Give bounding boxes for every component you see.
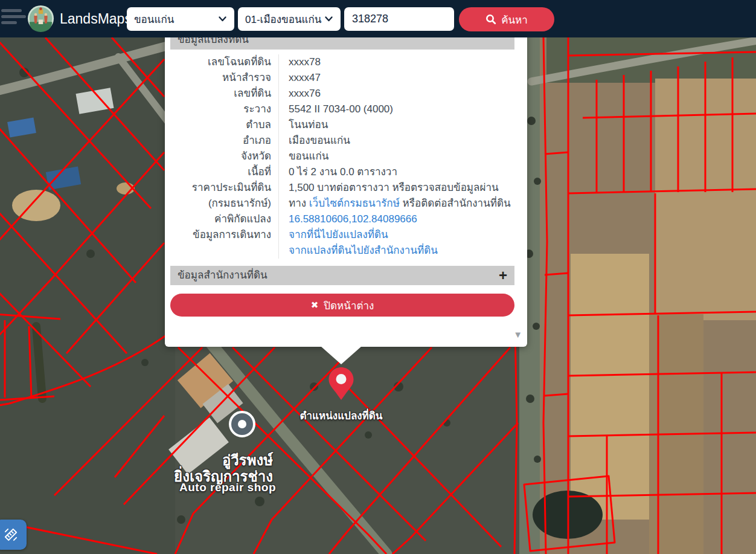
value-link[interactable]: จากที่นี่ไปยังแปลงที่ดิน xyxy=(289,229,388,240)
value-text: โนนท่อน xyxy=(289,119,328,130)
value-link[interactable]: 16.58810606,102.84089666 xyxy=(289,213,417,225)
row-value: xxxx47 xyxy=(279,70,514,86)
row-label: ราคาประเมินที่ดิน (กรมธนารักษ์) xyxy=(170,180,279,211)
row-value: จากที่นี่ไปยังแปลงที่ดิน xyxy=(279,227,514,243)
row-label: เลขโฉนดที่ดิน xyxy=(170,54,279,70)
land-office-section-title: ข้อมูลสำนักงานที่ดิน xyxy=(178,266,267,285)
poi-label-english: Auto repair shop xyxy=(167,481,288,494)
app-title: LandsMaps xyxy=(60,0,132,37)
parcel-info-popup: ข้อมูลแปลงที่ดิน เลขโฉนดที่ดินxxxx78หน้า… xyxy=(165,30,527,347)
search-button-label: ค้นหา xyxy=(501,11,528,28)
parcel-table: เลขโฉนดที่ดินxxxx78หน้าสำรวจxxxx47เลขที่… xyxy=(170,50,514,263)
row-label xyxy=(170,243,279,259)
value-link[interactable]: เว็บไซต์กรมธนารักษ์ xyxy=(309,198,400,209)
popup-pointer xyxy=(321,346,362,364)
parcel-location-pin-icon[interactable] xyxy=(327,366,356,404)
close-window-button[interactable]: ✖ ปิดหน้าต่าง xyxy=(170,294,514,317)
chevron-down-icon xyxy=(218,15,227,23)
row-value: xxxx78 xyxy=(279,54,514,70)
row-value: โนนท่อน xyxy=(279,117,514,133)
ruler-pencil-icon xyxy=(2,526,19,543)
search-button[interactable]: ค้นหา xyxy=(459,7,554,31)
menu-icon[interactable] xyxy=(1,9,28,28)
value-text: เมืองขอนแก่น xyxy=(289,135,350,146)
row-label: เนื้อที่ xyxy=(170,164,279,180)
value-text: 0 ไร่ 2 งาน 0.0 ตารางวา xyxy=(289,166,397,178)
top-navbar: LandsMaps ขอนแก่น 01-เมืองขอนแก่น ค้นหา xyxy=(0,0,756,37)
value-link[interactable]: จากแปลงที่ดินไปยังสำนักงานที่ดิน xyxy=(289,245,438,256)
value-text: หรือติดต่อสำนักงานที่ดิน xyxy=(400,198,511,209)
row-label: ตำบล xyxy=(170,117,279,133)
row-label: อำเภอ xyxy=(170,133,279,149)
scroll-down-icon[interactable]: ▼ xyxy=(513,329,522,340)
row-value: จากแปลงที่ดินไปยังสำนักงานที่ดิน xyxy=(279,243,514,259)
expand-plus-icon[interactable]: + xyxy=(499,266,507,285)
value-text: xxxx78 xyxy=(289,56,321,68)
land-office-section-header[interactable]: ข้อมูลสำนักงานที่ดิน + xyxy=(170,266,514,285)
parcel-number-input[interactable] xyxy=(344,7,454,31)
row-value: 16.58810606,102.84089666 xyxy=(279,211,514,227)
province-select[interactable]: ขอนแก่น xyxy=(127,7,234,31)
row-value: ขอนแก่น xyxy=(279,149,514,164)
parcel-location-label: ตำแหน่งแปลงที่ดิน xyxy=(266,407,417,424)
poi-marker-icon[interactable] xyxy=(228,410,256,440)
amphoe-select[interactable]: 01-เมืองขอนแก่น xyxy=(238,7,341,31)
measure-tools-button[interactable] xyxy=(0,520,27,550)
value-text: ขอนแก่น xyxy=(289,150,328,162)
row-label: ค่าพิกัดแปลง xyxy=(170,211,279,227)
chevron-down-icon xyxy=(324,15,333,23)
row-value: 0 ไร่ 2 งาน 0.0 ตารางวา xyxy=(279,164,514,180)
row-label: หน้าสำรวจ xyxy=(170,70,279,86)
row-label: ระวาง xyxy=(170,101,279,117)
row-value: 5542 II 7034-00 (4000) xyxy=(279,101,514,117)
amphoe-select-value: 01-เมืองขอนแก่น xyxy=(245,11,321,27)
search-icon xyxy=(485,14,496,25)
value-text: xxxx47 xyxy=(289,72,321,83)
value-text: 5542 II 7034-00 (4000) xyxy=(289,103,393,115)
province-select-value: ขอนแก่น xyxy=(134,11,174,27)
row-value: xxxx76 xyxy=(279,86,514,101)
row-value: 1,500 บาทต่อตารางวา หรือตรวจสอบข้อมูลผ่า… xyxy=(279,180,514,211)
close-button-label: ปิดหน้าต่าง xyxy=(324,297,374,314)
department-of-lands-logo[interactable] xyxy=(27,5,54,32)
row-label: ข้อมูลการเดินทาง xyxy=(170,227,279,243)
close-icon: ✖ xyxy=(311,300,319,311)
row-label: เลขที่ดิน xyxy=(170,86,279,101)
row-value: เมืองขอนแก่น xyxy=(279,133,514,149)
row-label: จังหวัด xyxy=(170,149,279,164)
value-text: xxxx76 xyxy=(289,88,321,99)
